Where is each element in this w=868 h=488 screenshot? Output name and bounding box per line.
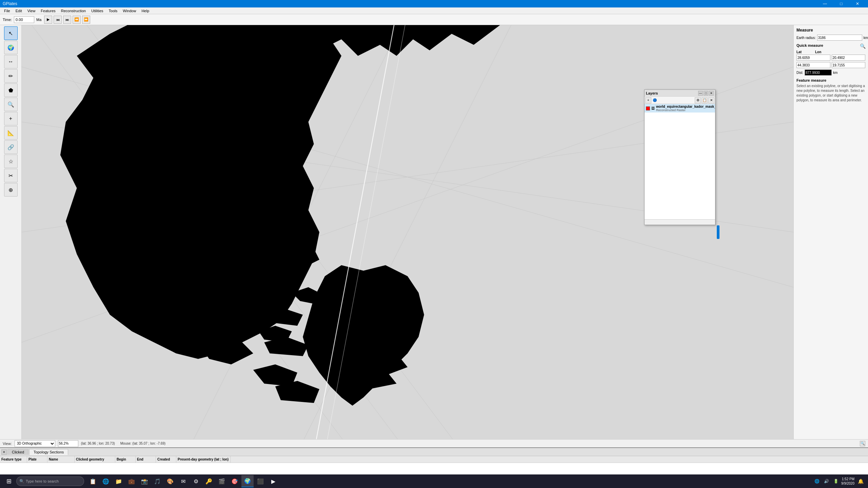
- taskbar-media[interactable]: ▶: [267, 475, 279, 487]
- menu-file[interactable]: File: [1, 8, 13, 14]
- view-select[interactable]: 3D Orthographic 2D Map: [15, 440, 55, 447]
- earth-radius-input[interactable]: [817, 35, 862, 41]
- menu-window[interactable]: Window: [120, 8, 139, 14]
- col-created: Created: [156, 456, 176, 463]
- tab-clicked[interactable]: Clicked: [7, 449, 28, 455]
- map-view[interactable]: [22, 25, 793, 439]
- bottom-panel-close-button[interactable]: ✕: [1, 449, 7, 455]
- taskbar-search[interactable]: 🔍 Type here to search: [16, 476, 84, 486]
- zoom-input[interactable]: [58, 440, 78, 447]
- add-new-layer-label: 🔵: [652, 98, 694, 102]
- pan-tool[interactable]: ↔: [4, 55, 18, 68]
- star-tool[interactable]: ☆: [4, 155, 18, 168]
- lon2-input[interactable]: [832, 62, 866, 68]
- col-clicked-geometry: Clicked geometry: [75, 456, 115, 463]
- menu-features[interactable]: Features: [38, 8, 58, 14]
- menu-tools[interactable]: Tools: [106, 8, 120, 14]
- measure-tool[interactable]: 📐: [4, 126, 18, 140]
- minimize-button[interactable]: —: [817, 0, 833, 7]
- draw-tool[interactable]: ✏: [4, 69, 18, 83]
- time-unit: Ma: [36, 18, 41, 22]
- taskbar-security[interactable]: 🔑: [203, 475, 215, 487]
- layers-delete-button[interactable]: ✕: [708, 97, 714, 103]
- earth-radius-section: Earth radius: km: [796, 35, 865, 41]
- taskbar-spotify[interactable]: 🎵: [151, 475, 163, 487]
- lon-header: Lon: [815, 50, 821, 54]
- time-input[interactable]: [14, 16, 34, 23]
- topology-tool[interactable]: 🔗: [4, 140, 18, 154]
- taskbar-terminal[interactable]: ⬛: [254, 475, 267, 487]
- taskbar-task-view[interactable]: 📋: [87, 475, 99, 487]
- menu-view[interactable]: View: [25, 8, 38, 14]
- col-name: Name: [47, 456, 75, 463]
- col-end: End: [136, 456, 156, 463]
- layers-close-button[interactable]: ✕: [709, 91, 714, 96]
- zoom-fit-button[interactable]: 🔍: [860, 441, 865, 446]
- taskbar: ⊞ 🔍 Type here to search 📋 🌐 📁 💼 📸 🎵 🎨 ✉ …: [0, 474, 868, 488]
- taskbar-photos[interactable]: 📸: [138, 475, 151, 487]
- tab-topology-sections[interactable]: Topology Sections: [29, 449, 68, 455]
- dist-input[interactable]: [805, 69, 832, 76]
- taskbar-discord[interactable]: 🎯: [229, 475, 241, 487]
- system-clock[interactable]: 1:52 PM 9/9/2020: [841, 477, 854, 486]
- maximize-button[interactable]: □: [833, 0, 849, 7]
- menubar: File Edit View Features Reconstruction U…: [0, 7, 868, 14]
- map-canvas[interactable]: Layers — □ ✕ + 🔵 ⚙ 📋 ✕ 🖼 wor: [22, 25, 793, 439]
- lat-header: Lat: [796, 50, 802, 54]
- add-tool[interactable]: +: [4, 112, 18, 125]
- measure-title: Measure: [796, 28, 865, 33]
- titlebar-title: GPlates: [3, 1, 17, 6]
- layers-duplicate-button[interactable]: 📋: [702, 97, 708, 103]
- notification-button[interactable]: 🔔: [856, 476, 865, 486]
- step-back-button[interactable]: ⏪: [73, 16, 81, 24]
- layer-subtitle: Reconstructed Raster: [656, 108, 715, 112]
- volume-icon[interactable]: 🔊: [822, 477, 830, 485]
- skip-start-button[interactable]: ⏮: [54, 16, 62, 24]
- globe-tool[interactable]: 🌍: [4, 41, 18, 54]
- taskbar-gplates-app[interactable]: 🌍: [241, 475, 254, 487]
- close-button[interactable]: ✕: [850, 0, 865, 7]
- taskbar-mail[interactable]: ✉: [177, 475, 189, 487]
- zoom-tool[interactable]: 🔍: [4, 98, 18, 111]
- lat2-input[interactable]: [796, 62, 830, 68]
- select-tool[interactable]: ↖: [4, 26, 18, 40]
- circle-tool[interactable]: ⊕: [4, 183, 18, 197]
- scroll-handle[interactable]: [717, 225, 719, 239]
- menu-utilities[interactable]: Utilities: [88, 8, 106, 14]
- layer-name: world_equirectangular_kador_mask_small: [656, 105, 715, 108]
- col-feature-type: Feature type: [0, 456, 27, 463]
- lat1-input[interactable]: [796, 55, 830, 61]
- menu-reconstruction[interactable]: Reconstruction: [58, 8, 88, 14]
- col-plate: Plate: [27, 456, 47, 463]
- taskbar-file-explorer[interactable]: 📁: [113, 475, 125, 487]
- taskbar-paint[interactable]: 🎨: [164, 475, 176, 487]
- layers-settings-button[interactable]: ⚙: [695, 97, 701, 103]
- feature-measure-section: Feature measure Select an existing polyl…: [796, 78, 865, 103]
- play-button[interactable]: ▶: [44, 16, 52, 24]
- layers-add-layer-button[interactable]: +: [645, 97, 651, 103]
- titlebar-controls: — □ ✕: [817, 0, 865, 7]
- search-icon[interactable]: 🔍: [860, 43, 865, 49]
- menu-help[interactable]: Help: [139, 8, 152, 14]
- network-icon[interactable]: 🌐: [813, 477, 821, 485]
- layers-toolbar: + 🔵 ⚙ 📋 ✕: [645, 97, 715, 104]
- taskbar-store[interactable]: 💼: [125, 475, 138, 487]
- skip-end-button[interactable]: ⏭: [63, 16, 71, 24]
- layer-item[interactable]: 🖼 world_equirectangular_kador_mask_small…: [645, 104, 715, 113]
- layers-titlebar[interactable]: Layers — □ ✕: [645, 90, 715, 97]
- layers-restore-button[interactable]: □: [704, 91, 708, 96]
- step-forward-button[interactable]: ⏩: [82, 16, 90, 24]
- menu-edit[interactable]: Edit: [13, 8, 25, 14]
- taskbar-edge[interactable]: 🌐: [100, 475, 112, 487]
- taskbar-settings[interactable]: ⚙: [190, 475, 202, 487]
- taskbar-video[interactable]: 🎬: [216, 475, 228, 487]
- layers-minimize-button[interactable]: —: [698, 91, 703, 96]
- col-present-day: Present-day geometry (lat ; lon): [176, 456, 231, 463]
- start-button[interactable]: ⊞: [3, 475, 15, 487]
- cut-tool[interactable]: ✂: [4, 169, 18, 182]
- dist-label: Dist:: [796, 71, 803, 75]
- table-header: Feature type Plate Name Clicked geometry…: [0, 456, 868, 463]
- polygon-tool[interactable]: ⬟: [4, 83, 18, 97]
- battery-icon[interactable]: 🔋: [832, 477, 840, 485]
- lon1-input[interactable]: [832, 55, 866, 61]
